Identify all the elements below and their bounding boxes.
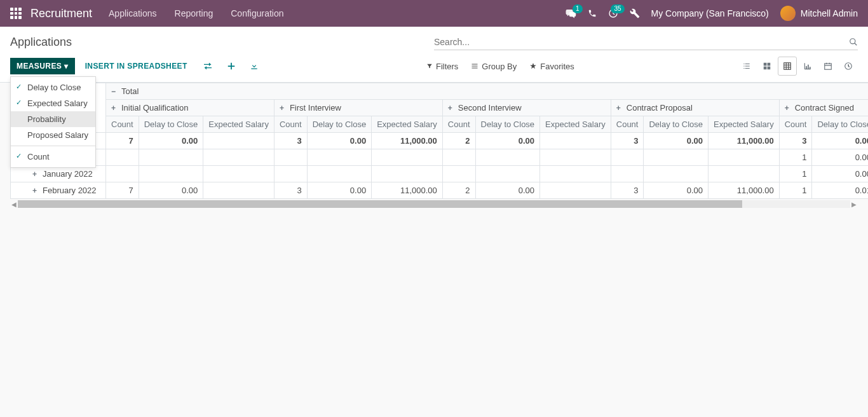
nav-applications[interactable]: Applications <box>109 8 157 18</box>
pivot-cell: 0.00 <box>812 149 868 166</box>
pivot-cell <box>274 149 307 166</box>
pivot-subcol[interactable]: Expected Salary <box>540 116 611 133</box>
filter-icon <box>426 63 433 69</box>
pivot-subcol[interactable]: Count <box>779 116 812 133</box>
pivot-col-header[interactable]: +Initial Qualification <box>106 100 275 116</box>
pivot-cell: 0.00 <box>307 182 372 199</box>
measure-option[interactable]: Proposed Salary <box>11 127 95 143</box>
expand-all-icon[interactable] <box>222 58 241 74</box>
pivot-cell: 11,000.00 <box>709 182 780 199</box>
phone-icon[interactable] <box>588 9 597 18</box>
pivot-col-header[interactable]: +Second Interview <box>442 100 611 116</box>
pivot-cell <box>203 166 275 182</box>
view-list-button[interactable] <box>737 57 756 76</box>
filters-button[interactable]: Filters <box>426 62 458 71</box>
groupby-button[interactable]: Group By <box>471 62 517 71</box>
svg-rect-9 <box>810 67 811 69</box>
pivot-subcol[interactable]: Expected Salary <box>372 116 443 133</box>
pivot-col-header[interactable]: +Contract Signed <box>779 100 868 116</box>
pivot-cell <box>372 166 443 182</box>
pivot-subcol[interactable]: Delay to Close <box>644 116 709 133</box>
view-kanban-button[interactable] <box>757 57 776 76</box>
pivot-subcol[interactable]: Expected Salary <box>709 116 780 133</box>
svg-point-1 <box>850 39 855 44</box>
control-panel: Applications MEASURES ▾ INSERT IN SPREAD… <box>0 27 868 83</box>
measure-option[interactable]: Delay to Close <box>11 79 95 95</box>
pivot-col-header[interactable]: +Contract Proposal <box>611 100 779 116</box>
nav-reporting[interactable]: Reporting <box>175 8 214 18</box>
brand-title[interactable]: Recruitment <box>31 7 92 20</box>
measures-button[interactable]: MEASURES ▾ <box>10 58 75 74</box>
pivot-subcol[interactable]: Count <box>274 116 307 133</box>
pivot-cell: 0.01 <box>812 182 868 199</box>
measure-option[interactable]: Expected Salary <box>11 95 95 111</box>
pivot-cell: 0.00 <box>475 133 540 149</box>
pivot-cell <box>475 149 540 166</box>
pivot-subcol[interactable]: Count <box>611 116 644 133</box>
pivot-cell <box>611 166 644 182</box>
pivot-cell: 7 <box>106 133 139 149</box>
pivot-cell <box>540 133 611 149</box>
scroll-left-arrow[interactable]: ◀ <box>10 201 18 208</box>
pivot-row: −70.0030.0011,000.0020.0030.0011,000.003… <box>11 133 869 149</box>
expand-icon[interactable]: + <box>616 104 623 113</box>
expand-icon[interactable]: + <box>785 104 791 113</box>
scroll-track[interactable] <box>18 200 850 208</box>
pivot-subcol[interactable]: Expected Salary <box>203 116 275 133</box>
favorites-button[interactable]: Favorites <box>529 62 574 71</box>
pivot-col-header[interactable]: +First Interview <box>274 100 442 116</box>
measure-option[interactable]: Probability <box>11 111 95 127</box>
messages-icon[interactable]: 1 <box>565 8 576 18</box>
pivot-cell: 11,000.00 <box>372 133 443 149</box>
pivot-cell <box>709 166 780 182</box>
horizontal-scrollbar[interactable]: ◀ ▶ <box>10 199 858 209</box>
expand-icon[interactable]: + <box>111 104 118 113</box>
pivot-cell <box>475 166 540 182</box>
expand-icon[interactable]: + <box>448 104 454 113</box>
expand-icon[interactable]: + <box>280 104 286 113</box>
search-input-wrapper[interactable] <box>434 34 858 50</box>
pivot-subcol[interactable]: Count <box>106 116 139 133</box>
search-icon[interactable] <box>849 38 858 46</box>
dropdown-divider <box>11 146 95 146</box>
expand-icon[interactable]: + <box>32 170 39 179</box>
debug-icon[interactable] <box>630 8 640 18</box>
svg-rect-7 <box>806 66 807 69</box>
pivot-row-header[interactable]: +January 2022 <box>11 166 106 182</box>
pivot-cell: 0.00 <box>139 182 203 199</box>
measure-option-count[interactable]: Count <box>11 149 95 165</box>
pivot-cell: 3 <box>274 133 307 149</box>
groupby-label: Group By <box>482 62 517 71</box>
view-calendar-button[interactable] <box>818 57 837 76</box>
pivot-cell: 0.00 <box>139 133 203 149</box>
expand-icon[interactable]: + <box>32 186 39 195</box>
apps-icon[interactable] <box>10 8 22 19</box>
company-switcher[interactable]: My Company (San Francisco) <box>651 8 769 18</box>
pivot-subcol[interactable]: Delay to Close <box>475 116 540 133</box>
download-icon[interactable] <box>245 58 264 74</box>
pivot-subcol[interactable]: Count <box>442 116 475 133</box>
pivot-cell <box>442 166 475 182</box>
collapse-icon[interactable]: − <box>111 87 118 96</box>
user-menu[interactable]: Mitchell Admin <box>780 6 858 21</box>
view-graph-button[interactable] <box>798 57 817 76</box>
pivot-cell: 3 <box>779 133 812 149</box>
scroll-right-arrow[interactable]: ▶ <box>850 201 858 208</box>
pivot-subcol[interactable]: Delay to Close <box>139 116 203 133</box>
activities-icon[interactable]: 35 <box>608 8 618 18</box>
pivot-cell: 0.00 <box>307 133 372 149</box>
pivot-subcol[interactable]: Delay to Close <box>812 116 868 133</box>
scroll-thumb[interactable] <box>18 200 742 208</box>
insert-spreadsheet-button[interactable]: INSERT IN SPREADSHEET <box>79 58 194 74</box>
pivot-row-header[interactable]: +February 2022 <box>11 182 106 199</box>
favorites-label: Favorites <box>540 62 574 71</box>
flip-axis-icon[interactable] <box>198 58 218 74</box>
pivot-subcol[interactable]: Delay to Close <box>307 116 372 133</box>
pivot-cell <box>139 166 203 182</box>
search-input[interactable] <box>434 37 849 47</box>
nav-configuration[interactable]: Configuration <box>231 8 283 18</box>
pivot-row: +January 202210.001 <box>11 166 869 182</box>
view-activity-button[interactable] <box>839 57 858 76</box>
pivot-total-header[interactable]: −Total <box>106 83 869 100</box>
view-pivot-button[interactable] <box>778 57 797 76</box>
